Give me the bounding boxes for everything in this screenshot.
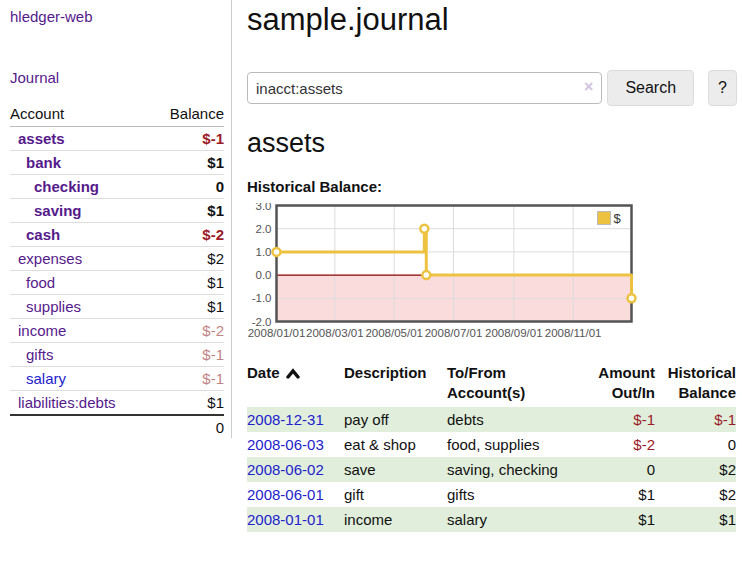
account-balance: $-1: [151, 343, 224, 367]
transaction-amount: $-2: [575, 432, 655, 457]
svg-text:2.0: 2.0: [256, 223, 272, 235]
transaction-amount: $1: [575, 507, 655, 532]
transaction-amount: $1: [575, 482, 655, 507]
account-row: bank $1: [10, 151, 224, 175]
account-link[interactable]: checking: [34, 178, 99, 195]
account-row: checking 0: [10, 175, 224, 199]
account-balance: $1: [151, 391, 224, 416]
clear-search-icon[interactable]: ×: [584, 79, 593, 95]
transaction-balance: $2: [655, 457, 736, 482]
account-balance: $2: [151, 247, 224, 271]
transaction-accounts: saving, checking: [447, 457, 575, 482]
transaction-date-link[interactable]: 2008-01-01: [247, 511, 324, 528]
account-balance: $-1: [151, 127, 224, 151]
brand-link[interactable]: hledger-web: [10, 8, 223, 25]
accounts-total: 0: [151, 415, 224, 439]
main-content: sample.journal × Search ? assets Histori…: [232, 0, 742, 582]
transaction-description: gift: [344, 482, 447, 507]
svg-text:2008/07/01: 2008/07/01: [425, 327, 483, 339]
transaction-date-link[interactable]: 2008-06-03: [247, 436, 324, 453]
transaction-accounts: debts: [447, 407, 575, 432]
accounts-total-row: 0: [10, 415, 224, 439]
accounts-header-balance: Balance: [151, 103, 224, 127]
column-header-date[interactable]: Date: [247, 361, 344, 407]
search-input[interactable]: [247, 72, 602, 104]
transaction-description: eat & shop: [344, 432, 447, 457]
register-row: 2008-06-01 gift gifts $1 $2: [247, 482, 736, 507]
account-row: saving $1: [10, 199, 224, 223]
svg-text:1.0: 1.0: [256, 246, 272, 258]
register-row: 2008-12-31 pay off debts $-1 $-1: [247, 407, 736, 432]
account-row: assets $-1: [10, 127, 224, 151]
accounts-header-row: Account Balance: [10, 103, 224, 127]
account-row: income $-2: [10, 319, 224, 343]
column-header-description: Description: [344, 361, 447, 407]
transaction-description: pay off: [344, 407, 447, 432]
register-row: 2008-06-03 eat & shop food, supplies $-2…: [247, 432, 736, 457]
account-link[interactable]: saving: [34, 202, 82, 219]
transaction-amount: $-1: [575, 407, 655, 432]
account-row: liabilities:debts $1: [10, 391, 224, 416]
register-table: Date Description To/From Account(s) Amou…: [247, 361, 736, 532]
account-link[interactable]: supplies: [26, 298, 81, 315]
sidebar-item-journal[interactable]: Journal: [10, 69, 223, 86]
column-header-accounts: To/From Account(s): [447, 361, 575, 407]
sort-ascending-icon: [286, 364, 300, 384]
account-link[interactable]: bank: [26, 154, 61, 171]
svg-text:0.0: 0.0: [256, 269, 272, 281]
account-link[interactable]: income: [18, 322, 66, 339]
svg-text:2008/03/01: 2008/03/01: [306, 327, 364, 339]
register-header-row: Date Description To/From Account(s) Amou…: [247, 361, 736, 407]
account-balance: $-2: [151, 319, 224, 343]
transaction-accounts: food, supplies: [447, 432, 575, 457]
account-row: food $1: [10, 271, 224, 295]
column-header-amount: Amount Out/In: [575, 361, 655, 407]
svg-text:2008/05/01: 2008/05/01: [365, 327, 423, 339]
svg-text:2008/09/01: 2008/09/01: [485, 327, 543, 339]
transaction-accounts: gifts: [447, 482, 575, 507]
account-link[interactable]: gifts: [26, 346, 54, 363]
svg-text:$: $: [614, 211, 622, 226]
account-balance: 0: [151, 175, 224, 199]
account-link[interactable]: liabilities:debts: [18, 394, 116, 411]
account-balance: $1: [151, 271, 224, 295]
transaction-accounts: salary: [447, 507, 575, 532]
account-balance: $1: [151, 151, 224, 175]
account-link[interactable]: salary: [26, 370, 66, 387]
accounts-header-account: Account: [10, 103, 151, 127]
account-balance: $-1: [151, 367, 224, 391]
svg-text:2008/11/01: 2008/11/01: [545, 327, 602, 339]
account-link[interactable]: expenses: [18, 250, 82, 267]
account-link[interactable]: assets: [18, 130, 65, 147]
account-balance: $1: [151, 295, 224, 319]
transaction-balance: 0: [655, 432, 736, 457]
help-button[interactable]: ?: [708, 70, 737, 106]
search-bar: × Search ?: [247, 70, 737, 106]
account-page-title: assets: [247, 128, 737, 159]
account-link[interactable]: cash: [26, 226, 60, 243]
transaction-date-link[interactable]: 2008-06-02: [247, 461, 324, 478]
historical-balance-chart: 3.02.01.00.0-1.0-2.02008/01/012008/03/01…: [247, 203, 639, 347]
account-link[interactable]: food: [26, 274, 55, 291]
sidebar: hledger-web Journal Account Balance asse…: [0, 0, 232, 438]
column-header-balance: Historical Balance: [655, 361, 736, 407]
account-balance: $-2: [151, 223, 224, 247]
account-row: salary $-1: [10, 367, 224, 391]
transaction-amount: 0: [575, 457, 655, 482]
chart-heading: Historical Balance:: [247, 178, 737, 195]
svg-text:2008/01/01: 2008/01/01: [248, 327, 306, 339]
transaction-date-link[interactable]: 2008-12-31: [247, 411, 324, 428]
transaction-balance: $-1: [655, 407, 736, 432]
account-row: gifts $-1: [10, 343, 224, 367]
transaction-description: save: [344, 457, 447, 482]
search-button[interactable]: Search: [607, 70, 694, 106]
account-row: expenses $2: [10, 247, 224, 271]
transaction-description: income: [344, 507, 447, 532]
transaction-date-link[interactable]: 2008-06-01: [247, 486, 324, 503]
svg-text:3.0: 3.0: [256, 203, 272, 212]
account-row: supplies $1: [10, 295, 224, 319]
svg-text:-1.0: -1.0: [252, 292, 272, 304]
accounts-table: Account Balance assets $-1 bank $1 check…: [10, 103, 224, 439]
register-row: 2008-01-01 income salary $1 $1: [247, 507, 736, 532]
transaction-balance: $1: [655, 507, 736, 532]
